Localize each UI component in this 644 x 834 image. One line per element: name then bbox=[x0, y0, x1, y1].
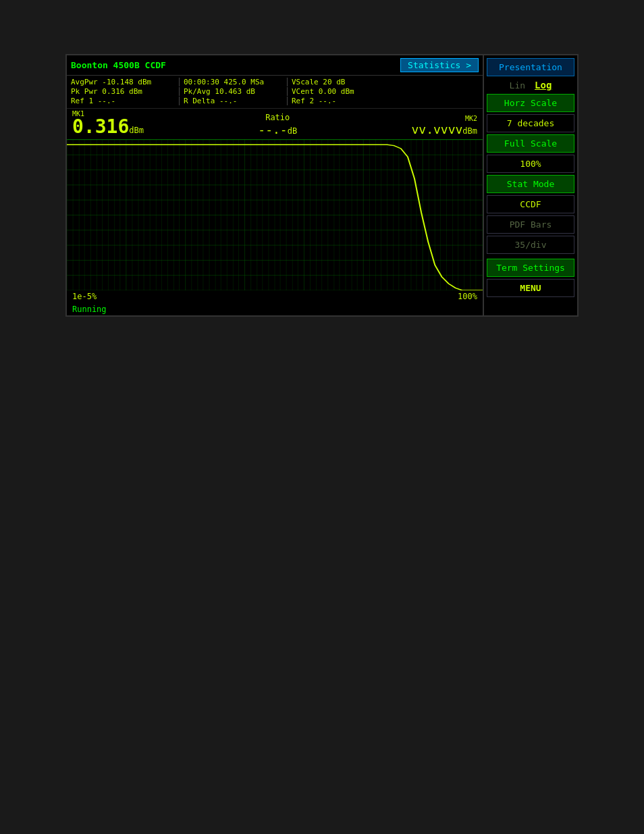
status-bar: Running bbox=[67, 303, 483, 315]
lin-button[interactable]: Lin bbox=[506, 78, 529, 92]
mk2-section: MK2 vv.vvvvdBm bbox=[411, 115, 477, 136]
device-title: Boonton 4500B CCDF bbox=[71, 60, 166, 70]
mk1-section: MK1 0.316dBm bbox=[72, 110, 144, 136]
presentation-button[interactable]: Presentation bbox=[487, 58, 574, 76]
header-bar: Boonton 4500B CCDF Statistics > bbox=[67, 55, 483, 76]
pdf-bars-value[interactable]: 35/div bbox=[487, 236, 574, 254]
full-scale-button[interactable]: Full Scale bbox=[487, 134, 574, 153]
right-panel: Presentation Lin Log Horz Scale 7 decade… bbox=[483, 55, 577, 315]
info-vcent: VCent 0.00 dBm bbox=[287, 87, 395, 96]
statistics-button[interactable]: Statistics > bbox=[400, 58, 479, 72]
stat-mode-button[interactable]: Stat Mode bbox=[487, 175, 574, 193]
info-rdelta: R Delta --.- bbox=[179, 97, 287, 105]
marker-row: MK1 0.316dBm Ratio --.-dB MK2 vv.vvvvdBm bbox=[67, 109, 483, 139]
ratio-section: Ratio --.-dB bbox=[258, 113, 297, 136]
stat-mode-value[interactable]: CCDF bbox=[487, 195, 574, 213]
info-pkpwr: Pk Pwr 0.316 dBm bbox=[71, 87, 179, 96]
chart-area bbox=[67, 139, 483, 290]
menu-button[interactable]: MENU bbox=[487, 279, 574, 297]
info-ref1: Ref 1 --.- bbox=[71, 97, 179, 105]
mk1-value: 0.316 bbox=[72, 115, 129, 138]
term-settings-button[interactable]: Term Settings bbox=[487, 259, 574, 277]
info-section: AvgPwr -10.148 dBm 00:00:30 425.0 MSa VS… bbox=[67, 76, 483, 109]
info-row-3: Ref 1 --.- R Delta --.- Ref 2 --.- bbox=[71, 97, 479, 105]
mk2-label: MK2 bbox=[465, 115, 477, 122]
ratio-label: Ratio bbox=[265, 113, 290, 122]
info-time: 00:00:30 425.0 MSa bbox=[179, 78, 287, 86]
info-pkavg: Pk/Avg 10.463 dB bbox=[179, 87, 287, 96]
mk1-unit: dBm bbox=[129, 126, 144, 135]
chart-bottom-right: 100% bbox=[458, 292, 477, 301]
info-avgpwr: AvgPwr -10.148 dBm bbox=[71, 78, 179, 86]
lin-log-row: Lin Log bbox=[487, 78, 574, 92]
chart-svg bbox=[67, 140, 483, 290]
mk2-value: vv.vvvvdBm bbox=[411, 122, 477, 136]
ratio-value: --.-dB bbox=[258, 122, 297, 136]
info-row-2: Pk Pwr 0.316 dBm Pk/Avg 10.463 dB VCent … bbox=[71, 87, 479, 96]
main-display: Boonton 4500B CCDF Statistics > AvgPwr -… bbox=[67, 55, 483, 315]
chart-bottom: 1e-5% 100% bbox=[67, 290, 483, 303]
horz-scale-value[interactable]: 7 decades bbox=[487, 114, 574, 132]
log-button[interactable]: Log bbox=[531, 78, 556, 92]
full-scale-value[interactable]: 100% bbox=[487, 155, 574, 173]
chart-bottom-left: 1e-5% bbox=[72, 292, 97, 301]
panel-spacer bbox=[487, 299, 574, 313]
status-text: Running bbox=[72, 305, 107, 314]
info-ref2: Ref 2 --.- bbox=[287, 97, 395, 105]
info-vscale: VScale 20 dB bbox=[287, 78, 395, 86]
pdf-bars-button[interactable]: PDF Bars bbox=[487, 215, 574, 234]
info-row-1: AvgPwr -10.148 dBm 00:00:30 425.0 MSa VS… bbox=[71, 78, 479, 86]
horz-scale-button[interactable]: Horz Scale bbox=[487, 94, 574, 112]
